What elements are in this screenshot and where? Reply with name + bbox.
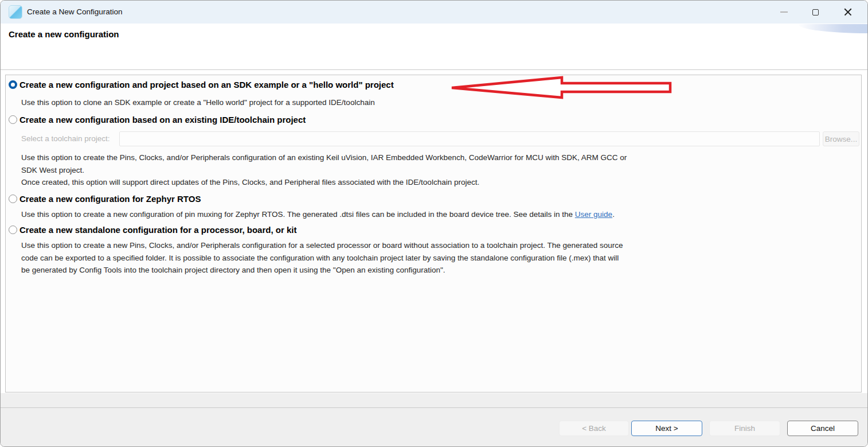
app-icon: [9, 5, 22, 19]
option-description-standalone-configuration: Use this option to create a new Pins, Cl…: [21, 239, 623, 277]
page-title: Create a new configuration: [9, 29, 119, 39]
description-line: Once created, this option will support d…: [21, 176, 627, 189]
next-button[interactable]: Next >: [631, 421, 702, 436]
close-icon: [843, 7, 853, 17]
user-guide-link[interactable]: User guide: [575, 210, 612, 219]
minimize-button: [771, 1, 797, 24]
description-line: SDK West project.: [21, 164, 627, 177]
create-new-configuration-dialog: Create a New Configuration Create a new …: [0, 0, 868, 447]
radio-zephyr-rtos[interactable]: [9, 195, 17, 203]
back-button: < Back: [559, 421, 629, 436]
browse-button: Browse...: [823, 131, 859, 146]
description-line: Use this option to create a new Pins, Cl…: [21, 239, 623, 252]
description-line: Use this option to create the Pins, Cloc…: [21, 151, 627, 164]
finish-button: Finish: [709, 421, 780, 436]
option-description-existing-toolchain-project: Use this option to create the Pins, Cloc…: [21, 151, 627, 189]
radio-sdk-example-project[interactable]: [9, 80, 17, 89]
footer-separator: [1, 407, 868, 408]
option-label-existing-toolchain-project[interactable]: Create a new configuration based on an e…: [19, 114, 306, 126]
maximize-button[interactable]: [802, 1, 828, 24]
red-arrow-annotation: [447, 75, 677, 100]
description-text: .: [612, 210, 615, 219]
minimize-icon: [780, 11, 788, 13]
close-button[interactable]: [835, 1, 861, 24]
description-line: code can be exported to a specified fold…: [21, 252, 623, 265]
option-description-sdk-example-project: Use this option to clone an SDK example …: [21, 96, 375, 109]
header-separator: [1, 69, 868, 70]
radio-existing-toolchain-project[interactable]: [9, 115, 17, 124]
toolchain-project-input: [119, 131, 820, 146]
radio-standalone-configuration[interactable]: [9, 226, 17, 234]
option-label-zephyr-rtos[interactable]: Create a new configuration for Zephyr RT…: [19, 193, 201, 205]
footer-bar: [1, 393, 868, 447]
description-text: Use this option to create a new configur…: [21, 210, 575, 219]
maximize-icon: [812, 9, 819, 15]
description-line: be generated by Config Tools into the to…: [21, 264, 623, 277]
toolchain-project-field-label: Select a toolchain project:: [21, 131, 110, 146]
option-label-standalone-configuration[interactable]: Create a new standalone configuration fo…: [19, 224, 296, 236]
option-label-sdk-example-project[interactable]: Create a new configuration and project b…: [19, 79, 394, 91]
header-decoration: [797, 24, 867, 33]
window-title: Create a New Configuration: [27, 1, 123, 24]
cancel-button[interactable]: Cancel: [787, 421, 858, 436]
option-description-zephyr-rtos: Use this option to create a new configur…: [21, 208, 615, 221]
title-bar[interactable]: Create a New Configuration: [1, 1, 868, 24]
